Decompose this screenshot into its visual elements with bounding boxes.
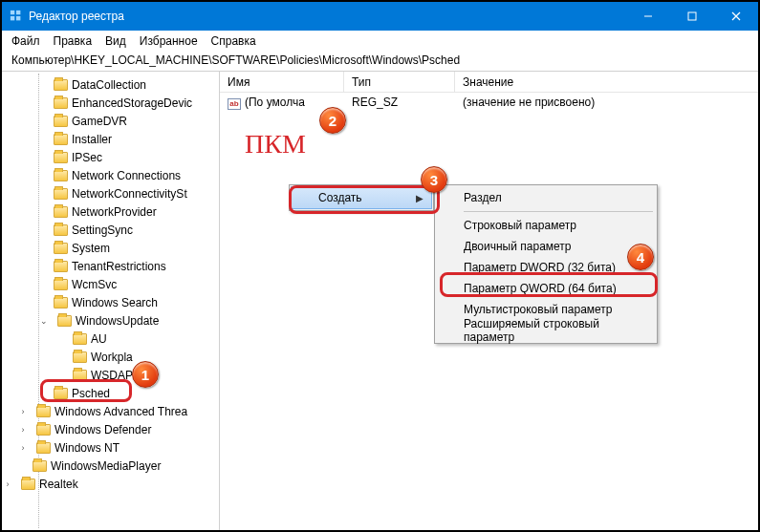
menu-item-section[interactable]: Раздел — [437, 187, 655, 208]
svg-rect-5 — [688, 12, 696, 20]
tree-label: Realtek — [39, 478, 78, 491]
minimize-button[interactable] — [626, 2, 670, 31]
titlebar: Редактор реестра — [2, 2, 758, 31]
tree-label: EnhancedStorageDevic — [72, 96, 192, 110]
address-bar[interactable]: Компьютер\HKEY_LOCAL_MACHINE\SOFTWARE\Po… — [2, 52, 758, 71]
folder-icon — [21, 479, 35, 490]
folder-icon — [57, 315, 72, 327]
folder-icon — [73, 351, 87, 363]
list-row-default[interactable]: ab(По умолча REG_SZ (значение не присвое… — [220, 93, 758, 112]
tree-label: DataCollection — [72, 78, 146, 92]
close-button[interactable] — [714, 2, 758, 31]
list-header: Имя Тип Значение — [220, 72, 758, 93]
menu-separator — [464, 211, 653, 212]
menu-item-binary[interactable]: Двоичный параметр — [437, 236, 655, 257]
context-menu-main: Создать ▶ — [289, 184, 434, 211]
tree-label: WcmSvc — [72, 278, 117, 291]
folder-icon — [36, 442, 51, 454]
tree-label: NetworkConnectivitySt — [72, 187, 187, 201]
expander-icon[interactable]: › — [17, 406, 29, 417]
window-title: Редактор реестра — [29, 10, 124, 23]
menu-item-dword[interactable]: Параметр DWORD (32 бита) — [437, 257, 655, 278]
folder-icon — [54, 388, 68, 399]
cell-type: REG_SZ — [344, 96, 455, 109]
expander-icon[interactable]: › — [17, 424, 29, 436]
tree-label: Windows Search — [72, 296, 158, 309]
tree-label: SettingSync — [72, 223, 133, 237]
col-value[interactable]: Значение — [455, 72, 758, 92]
menu-item-label: Создать — [318, 191, 362, 204]
tree-label: Windows Advanced Threa — [54, 405, 187, 418]
tree-panel: DataCollection EnhancedStorageDevic Game… — [2, 72, 220, 530]
folder-icon — [54, 261, 68, 272]
tree-label: WindowsMediaPlayer — [51, 459, 161, 473]
folder-icon — [54, 243, 68, 254]
folder-icon — [54, 206, 68, 218]
menu-item-string[interactable]: Строковый параметр — [437, 215, 655, 236]
menu-file[interactable]: Файл — [11, 34, 40, 48]
tree-label: Psched — [72, 387, 110, 400]
folder-icon — [54, 134, 68, 145]
menu-item-qword[interactable]: Параметр QWORD (64 бита) — [437, 278, 655, 299]
tree-label: AU — [91, 332, 107, 346]
tree-label: TenantRestrictions — [72, 260, 166, 273]
maximize-button[interactable] — [670, 2, 714, 31]
folder-icon — [54, 170, 68, 181]
folder-icon — [73, 333, 87, 345]
values-panel: Имя Тип Значение ab(По умолча REG_SZ (зн… — [220, 72, 758, 530]
svg-rect-2 — [11, 16, 14, 20]
menu-favorites[interactable]: Избранное — [140, 34, 198, 48]
tree-label: WindowsUpdate — [76, 314, 159, 328]
chevron-right-icon: ▶ — [416, 193, 423, 203]
annotation-pkm: ПКМ — [245, 129, 306, 160]
folder-icon — [54, 279, 68, 290]
context-menu-create-sub: Раздел Строковый параметр Двоичный парам… — [434, 184, 658, 344]
folder-icon — [54, 188, 68, 200]
app-icon — [10, 10, 23, 23]
tree-label: Windows NT — [54, 441, 119, 455]
tree-label: GameDVR — [72, 115, 127, 128]
expander-open-icon[interactable]: ⌄ — [38, 315, 50, 327]
cell-name: (По умолча — [245, 96, 305, 109]
menu-item-create[interactable]: Создать ▶ — [291, 186, 432, 209]
col-name[interactable]: Имя — [220, 72, 344, 92]
tree-label: Installer — [72, 133, 112, 146]
menubar: Файл Правка Вид Избранное Справка — [2, 31, 758, 52]
folder-icon — [36, 406, 51, 417]
menu-edit[interactable]: Правка — [54, 34, 93, 48]
folder-icon — [54, 297, 68, 309]
tree-label: System — [72, 242, 110, 255]
folder-icon — [73, 370, 87, 381]
tree-label: Windows Defender — [54, 423, 151, 436]
svg-rect-1 — [16, 11, 20, 14]
folder-icon — [33, 460, 47, 472]
cell-value: (значение не присвоено) — [455, 96, 758, 109]
string-value-icon: ab — [228, 98, 241, 110]
menu-view[interactable]: Вид — [105, 34, 126, 48]
main-area: DataCollection EnhancedStorageDevic Game… — [2, 72, 758, 530]
tree-label: Workpla — [91, 351, 133, 364]
menu-item-expandstring[interactable]: Расширяемый строковый параметр — [437, 320, 655, 341]
folder-icon — [54, 224, 68, 236]
svg-rect-0 — [11, 11, 14, 14]
tree-label: Network Connections — [72, 169, 181, 182]
folder-icon — [54, 79, 68, 91]
tree-label: WSDAP — [91, 369, 133, 382]
menu-help[interactable]: Справка — [211, 34, 256, 48]
svg-rect-3 — [16, 16, 20, 20]
tree-label: NetworkProvider — [72, 205, 157, 219]
expander-icon[interactable]: › — [17, 442, 29, 454]
folder-icon — [54, 97, 68, 109]
folder-icon — [36, 424, 51, 436]
tree-label: IPSec — [72, 151, 102, 164]
expander-icon[interactable]: › — [2, 479, 13, 490]
col-type[interactable]: Тип — [344, 72, 455, 92]
folder-icon — [54, 152, 68, 163]
folder-icon — [54, 116, 68, 127]
